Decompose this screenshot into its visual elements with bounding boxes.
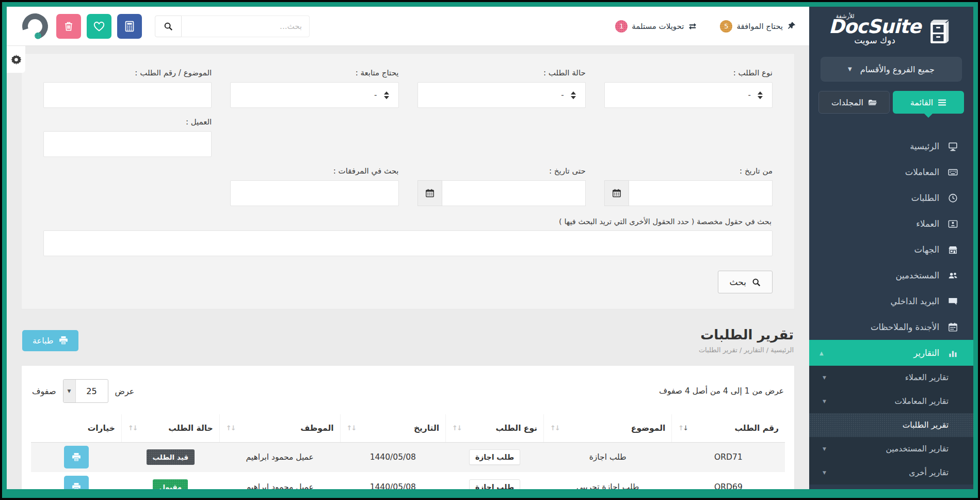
cell-options xyxy=(31,442,121,472)
desktop-icon xyxy=(948,142,958,151)
status-badge: مقبول xyxy=(153,479,188,489)
table-header-row: رقم الطلب↓↑ الموضوع↓↑ نوع الطلب↓↑ التاري… xyxy=(31,414,785,442)
needs-follow-value: - xyxy=(374,90,377,100)
client-input[interactable] xyxy=(43,131,212,157)
branch-selector-label: جميع الفروع والأقسام xyxy=(860,65,935,74)
needs-follow-select[interactable]: - xyxy=(230,82,398,108)
brand-name-en: DocSuite xyxy=(829,17,921,36)
col-request-id[interactable]: رقم الطلب↓↑ xyxy=(672,414,785,442)
sort-icon: ↓↑ xyxy=(452,424,461,432)
subject-input[interactable] xyxy=(43,82,212,108)
chat-icon xyxy=(948,296,958,306)
sidebar-item-users[interactable]: المستخدمين xyxy=(809,262,973,288)
cell-status: قيد الطلب xyxy=(121,442,219,472)
attachments-input[interactable] xyxy=(230,180,398,206)
sidebar-item-label: المستخدمين xyxy=(895,271,939,280)
sidebar-item-transactions[interactable]: المعاملات xyxy=(809,159,973,185)
requests-table: رقم الطلب↓↑ الموضوع↓↑ نوع الطلب↓↑ التاري… xyxy=(31,414,785,489)
spinner-icon xyxy=(384,91,389,99)
page-size-select[interactable]: ▼ 25 xyxy=(63,379,108,403)
type-badge: طلب اجازة xyxy=(469,479,520,489)
client-field: العميل : xyxy=(43,117,212,157)
col-employee[interactable]: الموظف↓↑ xyxy=(219,414,340,442)
type-badge: طلب اجازة xyxy=(469,449,520,465)
sidebar-item-clients[interactable]: العملاء xyxy=(809,211,973,237)
calendar-addon[interactable] xyxy=(417,180,442,206)
sidebar-item-internal-mail[interactable]: البريد الداخلي xyxy=(809,288,973,314)
spinner-icon xyxy=(758,91,763,99)
chevron-down-icon: ▼ xyxy=(823,446,826,451)
settings-tab[interactable] xyxy=(7,46,25,73)
col-options[interactable]: خيارات xyxy=(31,414,121,442)
breadcrumb: الرئيسية / التقارير / تقرير الطلبات xyxy=(699,346,794,354)
submenu-item-user-reports[interactable]: تقارير المستخدمين ▼ xyxy=(809,437,973,461)
sidebar-item-entities[interactable]: الجهات xyxy=(809,237,973,262)
calculator-button[interactable] xyxy=(117,14,142,39)
sidebar-item-requests[interactable]: الطلبات xyxy=(809,185,973,211)
branch-selector[interactable]: جميع الفروع والأقسام ▼ xyxy=(821,57,962,82)
col-request-status[interactable]: حالة الطلب↓↑ xyxy=(121,414,219,442)
request-status-select[interactable]: - xyxy=(417,82,586,108)
needs-approval-item[interactable]: 5 يحتاج الموافقة xyxy=(720,20,796,33)
calendar-addon[interactable] xyxy=(604,180,629,206)
sidebar-item-reports[interactable]: التقارير ▲ xyxy=(809,340,973,366)
exchange-icon xyxy=(688,22,697,31)
table-row: ORD69 طلب اجازة تجريبي طلب اجازة 1440/05… xyxy=(31,472,785,489)
request-type-value: - xyxy=(748,90,751,100)
tab-folders[interactable]: المجلدات xyxy=(818,91,890,114)
submenu-item-other-reports[interactable]: تقارير أخرى ▼ xyxy=(809,461,973,485)
count-badge: 5 xyxy=(720,20,732,33)
submenu-item-transaction-reports[interactable]: تقارير المعاملات ▼ xyxy=(809,389,973,413)
sidebar-item-agenda[interactable]: الأجندة والملاحظات xyxy=(809,314,973,340)
favorites-button[interactable] xyxy=(87,14,111,39)
print-report-button[interactable]: طباعة xyxy=(22,330,78,351)
sidebar-item-label: الرئيسية xyxy=(910,142,939,151)
submenu-item-client-reports[interactable]: تقارير العملاء ▼ xyxy=(809,366,973,389)
topbar: 1 تحويلات مستلمة 5 يحتاج الموافقة xyxy=(7,7,809,46)
client-label: العميل : xyxy=(43,117,212,127)
chevron-up-icon: ▲ xyxy=(820,350,824,356)
col-date[interactable]: التاريخ↓↑ xyxy=(340,414,446,442)
status-badge: قيد الطلب xyxy=(147,449,195,465)
sort-icon: ↓↑ xyxy=(128,424,137,432)
request-type-select[interactable]: - xyxy=(604,82,773,108)
received-transfers-item[interactable]: 1 تحويلات مستلمة xyxy=(615,20,697,33)
search-input[interactable] xyxy=(182,15,310,37)
submenu-item-label: تقارير أخرى xyxy=(909,468,949,477)
sidebar-tabs: القائمة المجلدات xyxy=(809,89,973,122)
status-dot xyxy=(35,32,41,39)
printer-icon xyxy=(59,336,68,345)
sidebar-item-home[interactable]: الرئيسية xyxy=(809,133,973,159)
received-transfers-label: تحويلات مستلمة xyxy=(632,22,684,31)
cell-request-type: طلب اجازة xyxy=(446,472,544,489)
search-button[interactable] xyxy=(155,15,182,37)
cell-subject: طلب اجازة xyxy=(544,442,672,472)
report-header: تقرير الطلبات الرئيسية / التقارير / تقري… xyxy=(22,327,794,354)
gear-icon xyxy=(11,54,22,65)
filter-search-button[interactable]: بحث xyxy=(718,271,773,293)
keyboard-icon xyxy=(948,167,958,177)
col-label: رقم الطلب xyxy=(734,424,779,433)
row-print-button[interactable] xyxy=(64,446,89,468)
submenu-item-label: تقارير العملاء xyxy=(905,373,949,382)
calculator-icon xyxy=(124,21,135,32)
cell-status: مقبول xyxy=(121,472,219,489)
page-size-suffix: صفوف xyxy=(32,386,56,396)
request-type-label: نوع الطلب : xyxy=(604,68,773,77)
sidebar-item-label: المعاملات xyxy=(905,167,939,177)
tab-list[interactable]: القائمة xyxy=(893,91,964,114)
brand-tagline: للأرشفة xyxy=(836,13,855,20)
submenu-item-requests-report[interactable]: تقرير الطلبات xyxy=(809,413,973,437)
avatar[interactable] xyxy=(18,9,53,44)
col-label: الموظف xyxy=(300,424,333,433)
col-subject[interactable]: الموضوع↓↑ xyxy=(544,414,672,442)
row-print-button[interactable] xyxy=(64,476,89,489)
from-date-input[interactable] xyxy=(629,180,773,206)
to-date-input[interactable] xyxy=(442,180,586,206)
chevron-down-icon: ▼ xyxy=(823,375,826,380)
custom-fields-input[interactable] xyxy=(43,230,773,256)
chevron-down-icon: ▼ xyxy=(848,67,852,72)
col-request-type[interactable]: نوع الطلب↓↑ xyxy=(446,414,544,442)
trash-button[interactable] xyxy=(56,14,81,39)
page-size-control: عرض ▼ 25 صفوف xyxy=(32,379,134,403)
